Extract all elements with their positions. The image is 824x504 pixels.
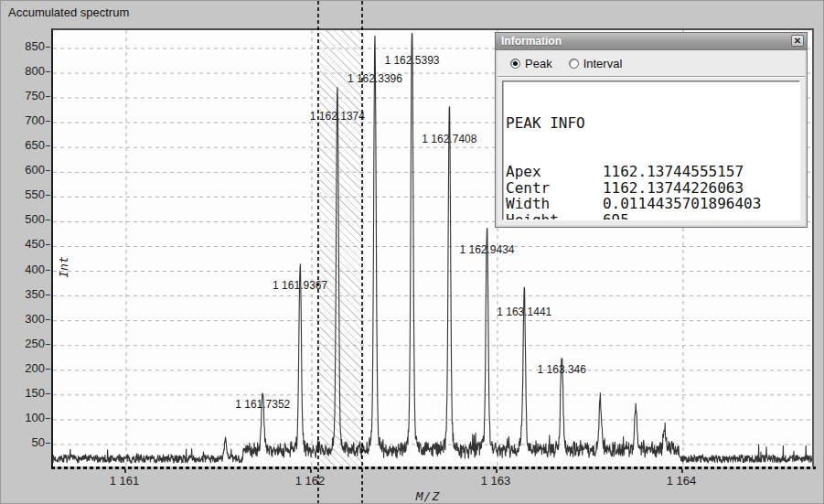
peak-info-header: PEAK INFO (506, 115, 797, 132)
radio-label: Peak (525, 57, 552, 70)
info-row: Apex 1162.13744555157 (506, 164, 797, 180)
peak-info-box: PEAK INFO Apex 1162.13744555157Centr 116… (502, 80, 800, 220)
y-tick-label: 500 (14, 212, 45, 226)
x-tick-label: 1 164 (654, 474, 709, 488)
y-tick-mark (46, 121, 50, 122)
y-tick-label: 650 (14, 138, 45, 152)
peak-annotation: 1 162.3396 (331, 72, 419, 85)
y-tick-label: 150 (14, 386, 45, 400)
peak-annotation: 1 162.9434 (444, 243, 531, 256)
peak-annotation: 1 162.5393 (368, 54, 455, 67)
y-tick-mark (46, 244, 50, 245)
y-tick-mark (46, 418, 50, 419)
info-row: Width 0.0114435701896403 (506, 196, 797, 212)
y-tick-label: 300 (14, 312, 45, 326)
radio-option-peak[interactable]: Peak (510, 57, 552, 70)
y-tick-mark (46, 270, 50, 271)
peak-info-rows: Apex 1162.13744555157Centr 1162.13744226… (506, 164, 797, 220)
peak-annotation: 1 163.346 (518, 363, 605, 376)
peak-annotation: 1 162.7408 (405, 133, 493, 145)
dialog-titlebar[interactable]: Information ✕ (496, 33, 807, 50)
y-tick-label: 250 (14, 337, 45, 350)
information-dialog[interactable]: Information ✕ PeakInterval PEAK INFO Ape… (495, 32, 808, 228)
y-tick-mark (46, 393, 50, 394)
y-tick-label: 100 (14, 411, 45, 424)
y-tick-label: 800 (14, 64, 45, 78)
y-tick-label: 550 (14, 188, 45, 201)
info-row: Height 695 (506, 212, 797, 220)
peak-annotation: 1 161.9367 (256, 279, 344, 292)
y-tick-mark (46, 96, 50, 97)
y-tick-mark (46, 369, 50, 370)
peak-annotation: 1 163.1441 (480, 306, 568, 318)
x-tick-mark (681, 469, 683, 473)
y-tick-label: 600 (14, 163, 45, 177)
x-tick-mark (124, 469, 126, 473)
y-tick-label: 400 (14, 263, 45, 276)
y-tick-mark (46, 145, 50, 146)
peak-annotation: 1 161.7352 (219, 398, 306, 411)
y-tick-label: 700 (14, 113, 45, 127)
y-tick-mark (46, 195, 50, 196)
page-title: Accumulated spectrum (8, 5, 129, 19)
dialog-body: PeakInterval PEAK INFO Apex 1162.1374455… (498, 50, 805, 225)
close-icon[interactable]: ✕ (791, 35, 804, 47)
y-tick-mark (46, 344, 50, 345)
radio-option-interval[interactable]: Interval (569, 57, 623, 70)
radio-group: PeakInterval (498, 50, 805, 77)
x-tick-label: 1 162 (283, 474, 337, 488)
y-tick-mark (46, 319, 50, 320)
app-window: Accumulated spectrum 1 161.73521 161.936… (0, 0, 824, 504)
dialog-title: Information (501, 35, 562, 48)
y-tick-mark (46, 443, 50, 444)
x-tick-mark (310, 469, 312, 473)
x-tick-label: 1 161 (97, 474, 152, 488)
x-tick-mark (496, 469, 498, 473)
radio-circle-icon[interactable] (510, 59, 520, 69)
y-tick-label: 50 (14, 435, 45, 449)
x-axis-title: M/Z (401, 489, 455, 503)
y-tick-label: 750 (14, 89, 45, 102)
y-tick-mark (46, 170, 50, 171)
radio-circle-icon[interactable] (569, 59, 579, 69)
y-tick-mark (46, 220, 50, 220)
y-tick-label: 200 (14, 361, 45, 375)
info-row: Centr 1162.13744226063 (506, 180, 797, 197)
radio-label: Interval (583, 57, 623, 70)
y-tick-label: 850 (14, 39, 45, 53)
x-tick-label: 1 163 (468, 474, 523, 488)
y-tick-label: 450 (14, 237, 45, 251)
y-tick-mark (46, 295, 50, 295)
y-tick-mark (46, 71, 50, 72)
y-tick-label: 350 (14, 287, 45, 301)
peak-annotation: 1 162.1374 (294, 110, 381, 123)
y-tick-mark (46, 47, 50, 48)
